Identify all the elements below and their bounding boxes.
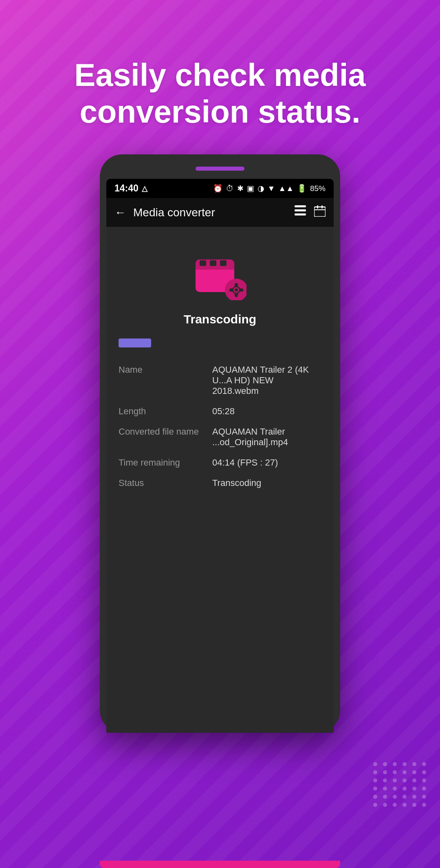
label-length: Length	[119, 406, 212, 417]
svg-rect-4	[317, 205, 318, 209]
label-name: Name	[119, 365, 212, 375]
phone-speaker	[196, 167, 244, 171]
svg-rect-6	[314, 209, 326, 210]
label-converted-file: Converted file name	[119, 426, 212, 437]
info-row-status: Status Transcoding	[119, 473, 321, 493]
transcoding-label: Transcoding	[184, 312, 256, 326]
value-converted-file: AQUAMAN Trailer ...od_Original].mp4	[212, 426, 321, 448]
label-status: Status	[119, 478, 212, 488]
svg-rect-2	[295, 213, 306, 215]
bluetooth-icon: ✱	[237, 184, 244, 193]
status-time: 14:40 △	[114, 183, 147, 194]
phone-screen: 14:40 △ ⏰ ⏱ ✱ ▣ ◑ ▼ ▲▲ 🔋 85% ← Media con…	[106, 179, 334, 733]
dot-grid-decoration	[373, 762, 428, 807]
app-title: Media converter	[133, 206, 295, 219]
progress-bar	[119, 338, 151, 347]
info-row-name: Name AQUAMAN Trailer 2 (4K U...A HD) NEW…	[119, 360, 321, 401]
conversion-icon	[194, 251, 246, 300]
value-time-remaining: 04:14 (FPS : 27)	[212, 457, 321, 468]
svg-rect-1	[295, 209, 306, 211]
list-icon[interactable]	[295, 205, 306, 220]
info-row-length: Length 05:28	[119, 401, 321, 422]
svg-rect-9	[196, 266, 234, 270]
battery-percent: 85%	[310, 184, 326, 193]
action-icons	[295, 205, 326, 220]
phone-frame: 14:40 △ ⏰ ⏱ ✱ ▣ ◑ ▼ ▲▲ 🔋 85% ← Media con…	[100, 154, 340, 733]
back-button[interactable]: ←	[114, 206, 126, 219]
status-bar: 14:40 △ ⏰ ⏱ ✱ ▣ ◑ ▼ ▲▲ 🔋 85%	[106, 179, 334, 198]
svg-rect-3	[314, 207, 326, 217]
value-name: AQUAMAN Trailer 2 (4K U...A HD) NEW 2018…	[212, 365, 321, 396]
calendar-icon[interactable]	[314, 205, 326, 220]
svg-rect-5	[321, 205, 323, 209]
alarm-icon: ⏰	[213, 184, 223, 193]
content-area: Transcoding Name AQUAMAN Trailer 2 (4K U…	[106, 227, 334, 733]
progress-container	[119, 338, 321, 347]
svg-rect-10	[200, 260, 206, 266]
brightness-icon: ◑	[257, 184, 264, 193]
app-bar: ← Media converter	[106, 198, 334, 227]
time-icon: ⏱	[226, 184, 234, 193]
notification-icon: △	[142, 184, 147, 193]
svg-point-16	[235, 288, 238, 292]
signal-icon: ▲▲	[278, 184, 294, 193]
hero-text-container: Easily check media conversion status.	[33, 57, 406, 130]
info-row-time-remaining: Time remaining 04:14 (FPS : 27)	[119, 453, 321, 473]
info-table: Name AQUAMAN Trailer 2 (4K U...A HD) NEW…	[119, 360, 321, 493]
bottom-bar	[100, 861, 340, 868]
conversion-icon-container	[194, 251, 246, 300]
svg-rect-0	[295, 205, 306, 207]
svg-rect-12	[220, 260, 227, 266]
wifi-icon: ▼	[268, 184, 275, 193]
info-row-converted-file: Converted file name AQUAMAN Trailer ...o…	[119, 422, 321, 453]
value-status: Transcoding	[212, 478, 321, 488]
value-length: 05:28	[212, 406, 321, 417]
nfc-icon: ▣	[247, 184, 254, 193]
svg-rect-11	[210, 260, 216, 266]
battery-icon: 🔋	[297, 184, 307, 193]
status-icons: ⏰ ⏱ ✱ ▣ ◑ ▼ ▲▲ 🔋 85%	[213, 184, 326, 193]
label-time-remaining: Time remaining	[119, 457, 212, 468]
hero-headline: Easily check media conversion status.	[74, 57, 365, 130]
